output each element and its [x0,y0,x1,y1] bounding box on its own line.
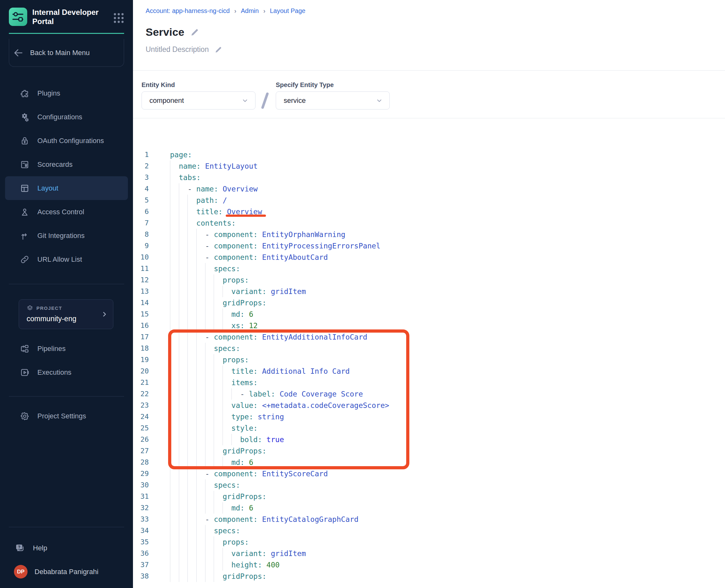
sidebar-item-scorecards[interactable]: Scorecards [5,152,128,176]
indent-guide [196,229,205,240]
indent-guide [196,377,205,388]
indent-guide [170,445,179,457]
yaml-dash: - [187,185,196,193]
indent-guide [187,252,196,263]
code-line: 8- component: EntityOrphanWarning [133,229,725,240]
code-line: 34specs: [133,525,725,537]
yaml-token: Additional Info Card [262,367,350,375]
indent-guide [196,434,205,445]
sidebar-item-git-integrations[interactable]: Git Integrations [5,224,128,248]
yaml-dash: - [205,253,214,261]
indent-guide [187,365,196,377]
person-icon [20,207,29,217]
sidebar-item-plugins[interactable]: Plugins [5,81,128,105]
code-line: 15md: 6 [133,309,725,320]
yaml-token: 6 [249,504,253,512]
entity-type-select[interactable]: service [276,91,390,109]
kind-type-separator [264,91,266,109]
header-divider [133,70,725,70]
yaml-token: string [258,413,284,421]
sidebar-item-configurations[interactable]: Configurations [5,105,128,129]
yaml-token: EntityCatalogGraphCard [262,515,359,523]
code-line: 21items: [133,377,725,388]
indent-guide [214,559,223,571]
grid-menu-icon[interactable] [113,13,124,23]
indent-guide [205,502,214,513]
line-number: 2 [133,161,149,172]
indent-guide [205,354,214,365]
line-number: 11 [133,263,149,274]
indent-guide [223,377,231,388]
edit-title-pencil-icon[interactable] [190,27,200,37]
indent-guide [196,252,205,263]
breadcrumb: Account: app-harness-ng-cicd›Admin›Layou… [146,7,725,15]
code-line: 4- name: Overview [133,183,725,195]
code-text: page: [170,149,192,161]
indent-guide [187,434,196,445]
sidebar-divider [9,284,124,284]
code-text: gridProps: [170,571,267,582]
code-line: 16xs: 12 [133,320,725,331]
line-number: 16 [133,320,149,331]
yaml-editor[interactable]: 1page:2name: EntityLayout3tabs:4- name: … [133,149,725,582]
indent-guide [170,320,179,331]
indent-guide [170,537,179,548]
project-selector[interactable]: PROJECT community-eng [19,299,113,329]
code-text: tabs: [170,172,201,183]
indent-guide [196,309,205,320]
pipelines-icon [20,344,29,354]
sidebar-item-access-control[interactable]: Access Control [5,200,128,224]
yaml-token: page: [170,151,192,159]
sidebar-item-oauth-configurations[interactable]: OAuth Configurations [5,129,128,152]
yaml-token: title: [231,367,258,375]
indent-guide [170,491,179,502]
indent-guide [196,571,205,582]
indent-guide [196,365,205,377]
yaml-token: xs: [231,321,245,330]
indent-guide [179,229,188,240]
line-number: 8 [133,229,149,240]
entity-type-field: Specify Entity Type service [276,81,390,109]
yaml-token: props: [223,356,249,364]
indent-guide [170,240,179,252]
indent-guide [205,548,214,559]
sidebar-item-layout[interactable]: Layout [5,176,128,200]
code-line: 28md: 6 [133,457,725,468]
indent-guide [179,365,188,377]
line-number: 10 [133,252,149,263]
edit-description-pencil-icon[interactable] [214,46,223,54]
sidebar-item-pipelines[interactable]: Pipelines [5,337,128,360]
indent-guide [187,309,196,320]
indent-guide [196,457,205,468]
code-line: 26bold: true [133,434,725,445]
breadcrumb-link-account[interactable]: Account: app-harness-ng-cicd [146,7,230,15]
chevron-right-icon [101,311,108,318]
indent-guide [170,559,179,571]
user-menu[interactable]: DP Debabrata Panigrahi [0,560,133,584]
code-line: 17- component: EntityAdditionalInfoCard [133,331,725,343]
yaml-token: Overview [227,208,262,216]
yaml-token: 6 [249,458,253,466]
indent-guide [196,548,205,559]
entity-type-label: Specify Entity Type [276,81,390,89]
line-number: 19 [133,354,149,365]
back-to-main-menu-button[interactable]: Back to Main Menu [9,39,124,67]
indent-guide [170,422,179,434]
sidebar-item-project-settings[interactable]: Project Settings [5,404,128,428]
line-number: 25 [133,422,149,434]
sidebar-item-executions[interactable]: Executions [5,360,128,384]
help-button[interactable]: ? Help [0,536,133,560]
code-line: 18specs: [133,343,725,354]
breadcrumb-link-layout-page[interactable]: Layout Page [270,7,305,15]
code-text: md: 6 [170,457,253,468]
sidebar: Internal Developer Portal Back to Main M… [0,0,133,588]
yaml-token: 400 [267,561,280,569]
entity-type-value: service [284,97,306,105]
sidebar-item-url-allow-list[interactable]: URL Allow List [5,248,128,271]
entity-kind-select[interactable]: component [142,91,255,109]
yaml-token: value: [231,401,258,410]
breadcrumb-link-admin[interactable]: Admin [241,7,259,15]
indent-guide [214,400,223,411]
code-text: items: [170,377,258,388]
puzzle-icon [20,89,29,98]
